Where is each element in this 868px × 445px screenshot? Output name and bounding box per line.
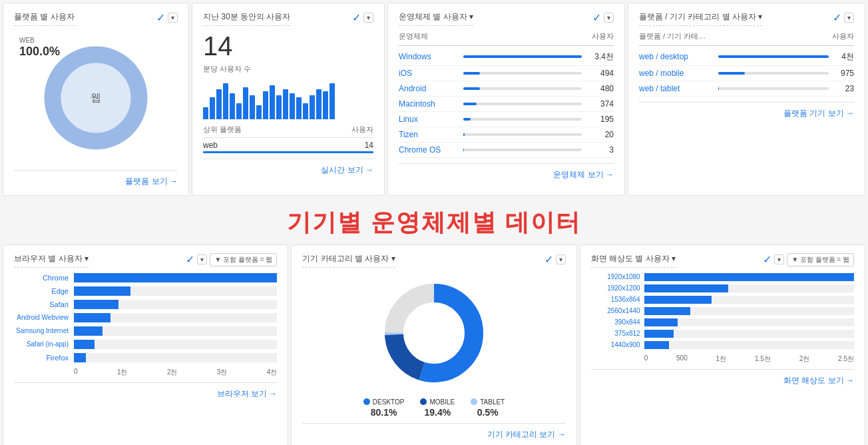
device-donut-svg — [374, 273, 494, 393]
resolution-x-axis: 0 500 1천 1.5천 2천 2.5천 — [591, 354, 854, 364]
pdc-col1: 플랫폼 / 기기 카테… — [639, 31, 706, 41]
browser-bar-wrap-samsung — [74, 326, 277, 336]
legend-dot-desktop — [363, 398, 370, 405]
os-bar-chromeos — [463, 149, 582, 151]
platform-view-link[interactable]: 플랫폼 보기 → — [125, 177, 178, 186]
os-name-linux[interactable]: Linux — [399, 115, 458, 124]
legend-dot-mobile — [420, 398, 427, 405]
card4-title: 플랫폼 / 기기 카테고리 별 사용자 ▾ — [639, 11, 762, 26]
bar1 — [203, 107, 208, 119]
card2-dropdown[interactable]: ▾ — [363, 13, 373, 23]
users-col-header: 사용자 — [351, 125, 373, 135]
os-name-tizen[interactable]: Tizen — [399, 130, 458, 139]
device-donut-container — [302, 273, 565, 393]
resolution-dropdown[interactable]: ▾ — [774, 254, 784, 264]
card3-dropdown[interactable]: ▾ — [604, 13, 614, 23]
os-row-windows: Windows 3.4천 — [399, 49, 614, 66]
browser-dropdown[interactable]: ▾ — [197, 254, 207, 264]
os-bar-fill-tizen — [463, 133, 465, 136]
card4-controls: ✓ ▾ — [833, 11, 854, 24]
check-icon2: ✓ — [352, 11, 361, 24]
realtime-view-link[interactable]: 실시간 보기 → — [321, 165, 373, 175]
os-name-android[interactable]: Android — [399, 84, 458, 93]
browser-filter-btn[interactable]: ▼ 포함 플랫폼 = 웹 — [210, 253, 277, 266]
card3-footer: 운영체제 보기 → — [399, 163, 614, 181]
card4-header: 플랫폼 / 기기 카테고리 별 사용자 ▾ ✓ ▾ — [639, 11, 854, 26]
browser-bar-chrome — [74, 273, 277, 282]
platform-progress-bar — [203, 151, 373, 153]
device-view-link[interactable]: 기기 카테고리 보기 → — [487, 430, 566, 439]
os-bar-windows — [463, 55, 582, 58]
card1-header: 플랫폼 별 사용자 ✓ ▾ — [14, 11, 178, 26]
platform-device-view-link[interactable]: 플랫폼 기기 보기 → — [783, 109, 854, 118]
res-bar-6 — [644, 330, 674, 338]
os-name-ios[interactable]: iOS — [399, 69, 458, 78]
browser-view-link[interactable]: 브라우저 보기 → — [217, 389, 278, 398]
os-name-chromeos[interactable]: Chrome OS — [399, 145, 458, 155]
res-bar-wrap-1 — [644, 273, 854, 281]
legend-dot-tablet — [471, 398, 477, 405]
browser-bar-edge — [74, 286, 130, 296]
legend-mobile: MOBILE 19.4% — [420, 398, 455, 418]
os-value-ios: 494 — [587, 69, 614, 78]
os-value-tizen: 20 — [587, 130, 614, 139]
device-dropdown[interactable]: ▾ — [556, 254, 566, 264]
res-bar-wrap-4 — [644, 307, 854, 315]
card3-controls: ✓ ▾ — [592, 11, 614, 24]
x-label-0: 0 — [74, 368, 78, 377]
card1-dropdown[interactable]: ▾ — [168, 13, 178, 23]
card4-dropdown[interactable]: ▾ — [844, 13, 854, 23]
bar7 — [243, 87, 248, 119]
browser-header: 브라우저 별 사용자 ▾ ✓ ▾ ▼ 포함 플랫폼 = 웹 — [14, 253, 277, 268]
bar4 — [223, 83, 228, 119]
browser-card: 브라우저 별 사용자 ▾ ✓ ▾ ▼ 포함 플랫폼 = 웹 Chrome Edg… — [3, 244, 288, 445]
bar2 — [210, 97, 215, 119]
check-icon-browser: ✓ — [186, 253, 194, 266]
os-row-chromeos: Chrome OS 3 — [399, 143, 614, 158]
browser-bar-wrap-firefox — [74, 353, 277, 362]
pdc-name-desktop[interactable]: web / desktop — [639, 52, 713, 61]
card2-title: 지난 30분 동안의 사용자 — [203, 11, 290, 26]
legend-desktop: DESKTOP 80.1% — [363, 398, 405, 418]
browser-bar-wrap-edge — [74, 286, 277, 296]
resolution-view-link[interactable]: 화면 해상도 보기 → — [783, 376, 854, 385]
browser-label-firefox: Firefox — [14, 354, 74, 362]
os-bar-fill-ios — [463, 72, 480, 75]
os-bar-fill-mac — [463, 103, 477, 105]
res-bar-wrap-6 — [644, 330, 854, 338]
bar13 — [283, 89, 288, 119]
os-row-ios: iOS 494 — [399, 66, 614, 81]
res-label-3: 1536x864 — [591, 296, 644, 303]
bottom-row: 브라우저 별 사용자 ▾ ✓ ▾ ▼ 포함 플랫폼 = 웹 Chrome Edg… — [0, 244, 868, 445]
device-controls: ✓ ▾ — [544, 253, 566, 266]
res-bar-2 — [644, 284, 728, 292]
res-label-7: 1440x900 — [591, 341, 644, 348]
res-bar-4 — [644, 307, 690, 315]
os-col-header: 운영체제 사용자 — [399, 31, 614, 46]
card1-title: 플랫폼 별 사용자 — [14, 11, 75, 26]
page-title: 기기별 운영체제별 데이터 — [0, 199, 868, 244]
resolution-filter-btn[interactable]: ▼ 포함 플랫폼 = 웹 — [787, 253, 854, 266]
os-col1: 운영체제 — [399, 31, 428, 41]
resolution-controls: ✓ ▾ ▼ 포함 플랫폼 = 웹 — [763, 253, 854, 266]
pdc-name-mobile[interactable]: web / mobile — [639, 69, 713, 78]
os-name-mac[interactable]: Macintosh — [399, 99, 458, 109]
browser-footer: 브라우저 보기 → — [14, 382, 277, 400]
os-bar-mac — [463, 103, 582, 105]
device-legend: DESKTOP 80.1% MOBILE 19.4% TABLET — [302, 398, 565, 418]
device-footer: 기기 카테고리 보기 → — [302, 423, 565, 440]
platform-table-row: web 14 — [203, 141, 373, 150]
os-view-link[interactable]: 운영체제 보기 → — [553, 170, 614, 179]
bar12 — [276, 95, 282, 119]
res-row-7: 1440x900 — [591, 341, 854, 349]
bar20 — [329, 83, 335, 119]
res-x-0: 0 — [644, 354, 648, 364]
check-icon-device: ✓ — [544, 253, 553, 266]
device-title: 기기 카테고리 별 사용자 ▾ — [302, 253, 395, 268]
res-row-2: 1920x1200 — [591, 284, 854, 292]
os-name-windows[interactable]: Windows — [399, 52, 458, 61]
resolution-card: 화면 해상도 별 사용자 ▾ ✓ ▾ ▼ 포함 플랫폼 = 웹 1920x108… — [580, 244, 865, 445]
res-x-500: 500 — [676, 354, 688, 364]
browser-row-samsung: Samsung Internet — [14, 326, 277, 336]
pdc-name-tablet[interactable]: web / tablet — [639, 84, 713, 93]
